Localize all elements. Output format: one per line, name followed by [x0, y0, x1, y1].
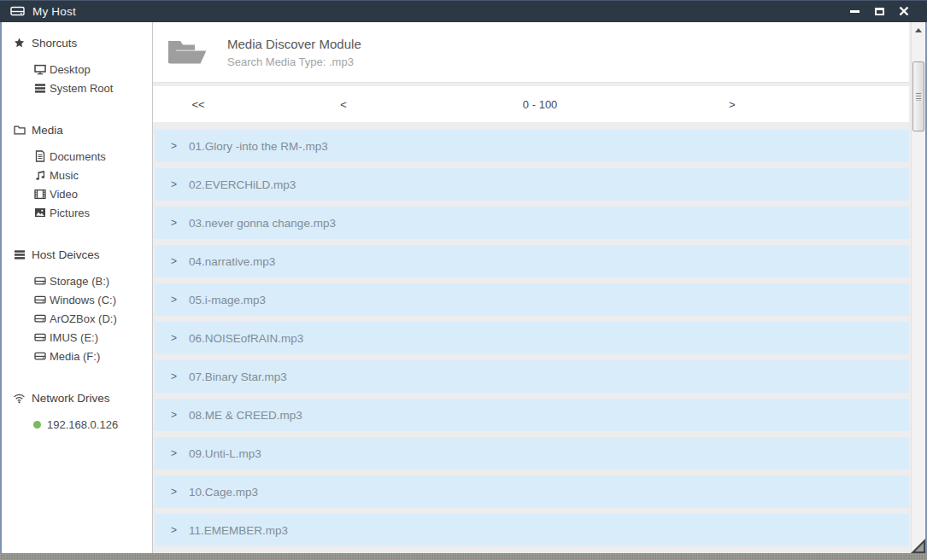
expand-chevron-icon[interactable]: > — [171, 370, 177, 382]
sidebar-item-documents[interactable]: Documents — [2, 147, 152, 166]
sidebar-section-header: Media — [2, 121, 152, 138]
scroll-up-arrow-icon[interactable] — [912, 22, 925, 38]
sidebar-section-items: 192.168.0.126 — [2, 415, 152, 434]
file-row[interactable]: >04.narrative.mp3 — [155, 245, 909, 277]
file-name: 03.never gonna change.mp3 — [189, 217, 336, 230]
module-header-text: Media Discover Module Search Media Type:… — [227, 37, 361, 68]
file-name: 02.EVERCHiLD.mp3 — [189, 178, 296, 191]
sidebar-section-network-drives: Network Drives192.168.0.126 — [2, 389, 152, 434]
maximize-button[interactable] — [873, 5, 885, 17]
file-name: 05.i-mage.mp3 — [189, 294, 266, 306]
file-row[interactable]: >02.EVERCHiLD.mp3 — [155, 168, 909, 201]
file-row[interactable]: >08.ME & CREED.mp3 — [155, 399, 909, 431]
sidebar-section-header: Host Deivces — [2, 246, 152, 263]
sidebar-section-header: Network Drives — [2, 389, 152, 406]
sidebar-item-label: Desktop — [50, 63, 91, 76]
expand-chevron-icon[interactable]: > — [171, 523, 177, 536]
desktop-background: My Host ShorcutsDesktopSystem RootMediaD… — [0, 0, 927, 560]
sidebar-item-label: Video — [50, 188, 78, 201]
sidebar-section-items: Storage (B:)Windows (C:)ArOZBox (D:)IMUS… — [2, 271, 152, 365]
app-window: My Host ShorcutsDesktopSystem RootMediaD… — [0, 0, 927, 553]
pagination-range-label: 0 - 100 — [516, 95, 564, 114]
file-name: 09.Unti-L.mp3 — [189, 447, 261, 460]
sidebar-item-storage-b[interactable]: Storage (B:) — [2, 271, 152, 290]
sidebar-item-desktop[interactable]: Desktop — [2, 60, 152, 79]
module-subtitle: Search Media Type: .mp3 — [227, 55, 361, 68]
file-row[interactable]: >09.Unti-L.mp3 — [155, 437, 909, 470]
document-icon — [33, 150, 46, 162]
sidebar-item-label: Windows (C:) — [50, 294, 116, 306]
scrollbar[interactable] — [911, 22, 925, 553]
file-row[interactable]: >05.i-mage.mp3 — [155, 283, 909, 316]
scrollbar-thumb[interactable] — [912, 61, 924, 131]
file-row[interactable]: >07.Binary Star.mp3 — [155, 360, 909, 393]
sidebar-section-items: DocumentsMusicVideoPictures — [2, 147, 152, 222]
minimize-button[interactable] — [848, 5, 860, 17]
main-panel: Media Discover Module Search Media Type:… — [153, 22, 925, 553]
window-title: My Host — [32, 5, 76, 18]
file-row[interactable]: >10.Cage.mp3 — [155, 475, 909, 508]
expand-chevron-icon[interactable]: > — [171, 178, 177, 190]
film-icon — [33, 189, 46, 200]
sidebar-item-arozbox-d[interactable]: ArOZBox (D:) — [2, 309, 152, 328]
expand-chevron-icon[interactable]: > — [171, 216, 177, 229]
sidebar-item-imus-e[interactable]: IMUS (E:) — [2, 328, 152, 347]
sidebar-item-windows-c[interactable]: Windows (C:) — [2, 290, 152, 309]
module-header: Media Discover Module Search Media Type:… — [153, 22, 909, 83]
file-name: 07.Binary Star.mp3 — [189, 370, 287, 383]
sidebar-section-label: Media — [32, 124, 63, 137]
expand-chevron-icon[interactable]: > — [171, 139, 177, 152]
file-row[interactable]: >01.Glory -into the RM-.mp3 — [155, 130, 909, 162]
drive-icon — [33, 295, 46, 305]
file-name: 06.NOISEofRAIN.mp3 — [189, 332, 303, 345]
online-status-dot — [33, 421, 41, 429]
sidebar-section-shorcuts: ShorcutsDesktopSystem Root — [2, 34, 152, 97]
file-row[interactable]: >06.NOISEofRAIN.mp3 — [155, 322, 909, 354]
sidebar-section-items: DesktopSystem Root — [2, 60, 152, 97]
sidebar-item-192-168-0-126[interactable]: 192.168.0.126 — [2, 415, 152, 434]
expand-chevron-icon[interactable]: > — [171, 293, 177, 306]
expand-chevron-icon[interactable]: > — [171, 331, 177, 344]
close-button[interactable] — [898, 5, 910, 17]
window-body: ShorcutsDesktopSystem RootMediaDocuments… — [0, 22, 927, 553]
picture-icon — [33, 207, 46, 218]
pagination-prev-button[interactable]: < — [333, 95, 354, 114]
drive-icon — [33, 351, 46, 361]
sidebar-item-label: Documents — [50, 150, 106, 163]
open-folder-icon — [166, 35, 208, 69]
sidebar-item-label: Pictures — [50, 207, 90, 219]
file-list: >01.Glory -into the RM-.mp3>02.EVERCHiLD… — [155, 130, 909, 546]
sidebar-item-video[interactable]: Video — [2, 184, 152, 203]
pagination-bar: << < 0 - 100 > — [153, 86, 909, 122]
expand-chevron-icon[interactable]: > — [171, 254, 177, 267]
sidebar-item-label: 192.168.0.126 — [47, 418, 118, 431]
sidebar-item-label: System Root — [50, 82, 113, 95]
expand-chevron-icon[interactable]: > — [171, 408, 177, 421]
file-name: 01.Glory -into the RM-.mp3 — [189, 140, 328, 153]
sidebar-item-media-f[interactable]: Media (F:) — [2, 347, 152, 365]
expand-chevron-icon[interactable]: > — [171, 485, 177, 498]
expand-chevron-icon[interactable]: > — [171, 446, 177, 459]
file-row[interactable]: >11.EMEMBER.mp3 — [155, 514, 909, 546]
drive-icon — [33, 313, 46, 324]
titlebar[interactable]: My Host — [0, 0, 927, 22]
sidebar-section-label: Network Drives — [32, 392, 110, 405]
sidebar-section-media: MediaDocumentsMusicVideoPictures — [2, 121, 152, 222]
star-icon — [13, 38, 26, 49]
module-title: Media Discover Module — [227, 37, 361, 51]
scrollbar-grip-icon — [916, 93, 921, 101]
music-note-icon — [33, 170, 46, 181]
folder-icon — [13, 125, 26, 135]
drive-icon — [33, 276, 46, 286]
sidebar-item-label: IMUS (E:) — [50, 331, 98, 344]
pagination-next-button[interactable]: > — [722, 95, 742, 114]
file-row[interactable]: >03.never gonna change.mp3 — [155, 207, 909, 239]
sidebar-item-pictures[interactable]: Pictures — [2, 203, 152, 222]
sidebar-section-label: Shorcuts — [32, 37, 77, 50]
sidebar-section-header: Shorcuts — [2, 34, 152, 51]
server-icon — [13, 249, 26, 260]
sidebar-item-system-root[interactable]: System Root — [2, 79, 152, 97]
sidebar-item-music[interactable]: Music — [2, 166, 152, 184]
pagination-first-button[interactable]: << — [185, 95, 212, 114]
sidebar-item-label: ArOZBox (D:) — [50, 312, 117, 325]
